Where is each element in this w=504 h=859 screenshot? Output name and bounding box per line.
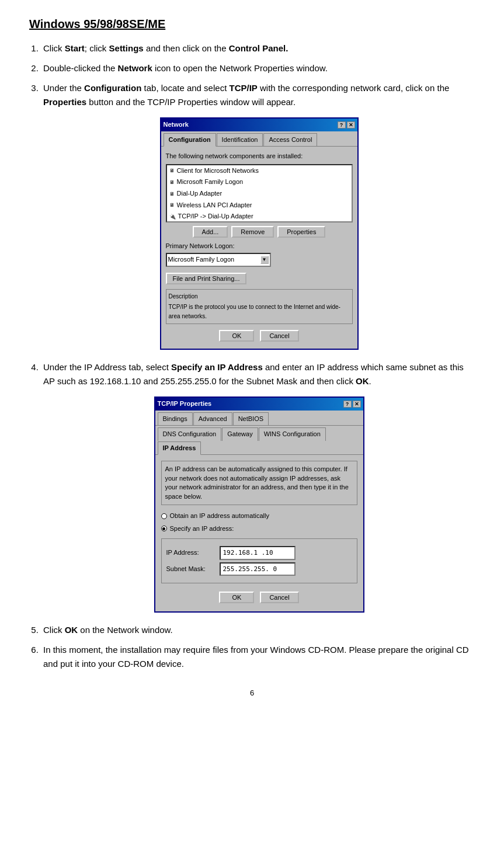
close-icon[interactable]: ✕ [353,401,361,408]
list-item: In this moment, the installation may req… [41,643,475,671]
bold-text: Settings [109,43,144,53]
close-icon[interactable]: ✕ [347,121,355,128]
tab-access-control[interactable]: Access Control [263,133,317,147]
primary-logon-row: Primary Network Logon: [166,241,353,252]
subnet-mask-label: Subnet Mask: [166,564,216,575]
dialog-title: Network [164,120,189,130]
item-text: Wireless LAN PCI Adapter [177,200,252,211]
steps-list: Click Start; click Settings and then cli… [41,41,475,671]
bold-text: TCP/IP [229,83,257,93]
bold-text: Start [65,43,85,53]
ok-button[interactable]: OK [219,330,254,342]
tab-identification[interactable]: Identification [217,133,263,147]
add-button[interactable]: Add... [193,226,228,238]
dialog-body: The following network components are ins… [161,147,357,349]
net-icon: 🖥 [169,201,175,209]
description-box: Description TCP/IP is the protocol you u… [166,289,353,324]
tab-advanced[interactable]: Advanced [193,412,232,426]
tab-gateway[interactable]: Gateway [222,427,258,441]
list-item: Double-clicked the Network icon to open … [41,61,475,75]
remove-button[interactable]: Remove [231,226,274,238]
ip-fields-box: IP Address: 192.168.1 .10 Subnet Mask: 2… [161,538,357,583]
file-print-sharing-button[interactable]: File and Print Sharing... [166,273,247,284]
net-icon: 🖥 [169,166,175,175]
item-text: TCP/IP -> Dial-Up Adapter [178,211,253,222]
radio-auto-label: Obtain an IP address automatically [170,511,269,521]
bold-text: Specify an IP Address [171,362,263,372]
network-components-label: The following network components are ins… [166,151,353,162]
description-text: TCP/IP is the protocol you use to connec… [169,302,350,321]
network-buttons: Add... Remove Properties [166,226,353,238]
net-icon: 🖥 [169,190,175,198]
tcpip-info-box: An IP address can be automatically assig… [161,461,357,505]
item-text: Dial-Up Adapter [177,189,223,199]
tcpip-title-text: TCP/IP Properties [158,399,212,409]
network-dialog: Network ? ✕ Configuration Identification… [160,117,359,350]
subnet-mask-row: Subnet Mask: 255.255.255. 0 [166,562,352,576]
tcpip-dialog: TCP/IP Properties ? ✕ Bindings Advanced … [154,397,364,613]
tab-dns-configuration[interactable]: DNS Configuration [158,427,222,441]
tcpip-footer: OK Cancel [161,588,357,606]
radio-specify[interactable] [161,526,167,531]
description-label: Description [169,292,350,301]
help-icon[interactable]: ? [338,121,346,128]
net-icon: 🔌 [169,213,176,221]
tcpip-dialog-screenshot: TCP/IP Properties ? ✕ Bindings Advanced … [43,397,475,613]
tcpip-title-controls: ? ✕ [343,401,361,408]
select-value: Microsoft Family Logon [168,255,235,265]
radio-auto[interactable] [161,513,167,519]
primary-logon-select-wrapper: Microsoft Family Logon ▼ [166,253,353,267]
network-components-list[interactable]: 🖥 Client for Microsoft Networks 🖥 Micros… [166,164,353,222]
primary-logon-select[interactable]: Microsoft Family Logon ▼ [166,253,271,267]
list-item: Click Start; click Settings and then cli… [41,41,475,55]
tab-wins-configuration[interactable]: WINS Configuration [259,427,326,441]
dialog-tabs: Configuration Identification Access Cont… [161,131,357,147]
tab-bindings[interactable]: Bindings [158,412,193,426]
ip-address-label: IP Address: [166,548,216,558]
title-controls: ? ✕ [338,121,355,128]
radio-auto-row: Obtain an IP address automatically [161,511,357,521]
bold-text: Configuration [84,83,141,93]
page-number: 6 [29,688,475,697]
help-icon[interactable]: ? [343,401,352,408]
tcpip-tabs-row1: Bindings Advanced NetBIOS [155,411,363,426]
tab-netbios[interactable]: NetBIOS [233,412,269,426]
list-item: 🖥 Client for Microsoft Networks [167,165,352,177]
item-text: Microsoft Family Logon [177,177,244,187]
tcpip-title-bar: TCP/IP Properties ? ✕ [155,398,363,411]
subnet-mask-input[interactable]: 255.255.255. 0 [220,562,296,576]
ok-button[interactable]: OK [219,592,254,603]
list-item: 🖥 Wireless LAN PCI Adapter [167,200,352,211]
net-icon: 🖥 [169,178,175,186]
bold-text: OK [356,376,369,386]
list-item: 🖥 Microsoft Family Logon [167,176,352,188]
list-item: Click OK on the Network window. [41,623,475,637]
network-dialog-screenshot: Network ? ✕ Configuration Identification… [43,117,475,350]
bold-text: Control Panel. [229,43,289,53]
dialog-footer: OK Cancel [166,326,353,344]
bold-text: Network [118,63,152,73]
tab-ip-address[interactable]: IP Address [158,441,201,455]
list-item: 🖥 Dial-Up Adapter [167,188,352,200]
dropdown-arrow-icon[interactable]: ▼ [260,256,269,264]
tab-configuration[interactable]: Configuration [164,133,216,147]
tcpip-body: An IP address can be automatically assig… [155,455,363,611]
radio-specify-label: Specify an IP address: [170,524,234,534]
primary-logon-label: Primary Network Logon: [166,241,235,252]
sharing-button-wrapper: File and Print Sharing... [166,270,353,287]
list-item: Under the Configuration tab, locate and … [41,81,475,350]
tcpip-tabs-row2: DNS Configuration Gateway WINS Configura… [155,426,363,455]
page-title: Windows 95/98/98SE/ME [29,18,475,31]
cancel-button[interactable]: Cancel [260,592,298,603]
properties-button[interactable]: Properties [277,226,325,238]
bold-text: OK [65,625,78,635]
radio-specify-row: Specify an IP address: [161,524,357,534]
ip-address-input[interactable]: 192.168.1 .10 [220,546,296,560]
dialog-title-bar: Network ? ✕ [161,119,357,131]
cancel-button[interactable]: Cancel [260,330,298,342]
list-item: 🔌 TCP/IP -> Dial-Up Adapter [167,211,352,222]
list-item: Under the IP Address tab, select Specify… [41,360,475,613]
item-text: Client for Microsoft Networks [177,166,259,176]
ip-address-row: IP Address: 192.168.1 .10 [166,546,352,560]
bold-text: Properties [43,97,86,107]
